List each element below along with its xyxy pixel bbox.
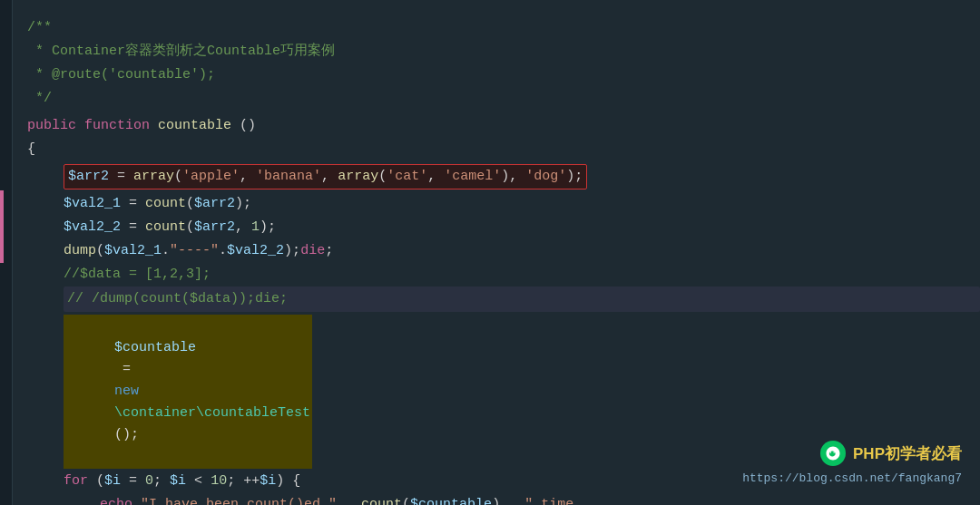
var-val2-2-ref: $val2_2 (227, 240, 284, 262)
line-val2-2: $val2_2 = count ( $arr2 , 1 ); (64, 216, 980, 239)
wechat-icon (820, 441, 846, 466)
dot2: . (219, 240, 227, 262)
watermark-wechat-row: PHP初学者必看 (742, 441, 962, 466)
comment-end: */ (27, 88, 52, 110)
for-paren-close: ) { (276, 471, 300, 492)
dot1: . (162, 240, 170, 262)
comma1: , (240, 166, 256, 188)
str-apple: 'apple' (182, 166, 240, 188)
lt: < (186, 471, 211, 492)
str-cat: 'cat' (387, 166, 427, 188)
var-i-init: $i (104, 471, 121, 492)
func-array2: array (338, 166, 378, 188)
var-i-inc: $i (260, 471, 276, 492)
comment-dump: // /dump(count($data));die; (67, 288, 288, 310)
left-accent (0, 190, 4, 263)
line-comment-desc: * Container容器类剖析之Countable巧用案例 (27, 40, 980, 63)
func-name: countable (158, 115, 240, 137)
line-dump: dump ( $val2_1 . "----" . $val2_2 ); die… (64, 239, 980, 263)
func-dump: dump (64, 240, 96, 262)
str-banana: 'banana' (256, 166, 321, 188)
line-comment-route: * @route('countable'); (27, 63, 980, 87)
var-countable: $countable (114, 340, 196, 355)
str-dog: 'dog' (525, 166, 566, 188)
line-brace-open: { (27, 138, 980, 161)
comment-route: * @route('countable'); (27, 64, 215, 86)
parens-empty: (); (114, 427, 139, 442)
comma4: , (509, 166, 525, 188)
num-1: 1 (251, 217, 260, 238)
watermark-label: PHP初学者必看 (853, 442, 962, 466)
paren4: ( (96, 240, 104, 262)
paren4-close: ); (284, 240, 300, 262)
func-count: count (145, 193, 186, 215)
brace-open: { (27, 139, 35, 160)
line-val2-1: $val2_1 = count ( $arr2 ); (64, 192, 980, 216)
line-data-comment: //$data = [1,2,3]; (64, 263, 980, 286)
watermark: PHP初学者必看 https://blog.csdn.net/fangkang7 (742, 441, 962, 489)
var-val2-1: $val2_1 (64, 193, 121, 215)
var-val2-2: $val2_2 (64, 217, 121, 238)
comma-1: , (235, 217, 251, 238)
paren-close: ); (566, 166, 583, 188)
line-comment-end: */ (27, 87, 980, 111)
comma3: , (427, 166, 444, 188)
var-arr2: $arr2 (68, 166, 109, 188)
str-times: " time (524, 494, 573, 505)
op-eq: = (109, 166, 133, 188)
keyword-new: new (114, 384, 147, 399)
for-paren-open: ( (96, 471, 104, 492)
comma2: , (321, 166, 338, 188)
paren-open: ( (174, 166, 182, 188)
line-comment-start: /** (27, 16, 980, 40)
func-count3: count (361, 494, 402, 505)
paren3: ( (186, 217, 194, 238)
line-function-sig: public function countable () (27, 114, 980, 138)
comment-data: //$data = [1,2,3]; (64, 264, 211, 286)
var-i-cond: $i (170, 471, 186, 492)
paren-inner-open: ( (378, 166, 387, 188)
paren5: ( (402, 494, 410, 505)
arr2-highlighted: $arr2 = array ( 'apple' , 'banana' , arr… (64, 164, 587, 189)
var-countable-ref: $countable (410, 494, 492, 505)
keyword-echo: echo (100, 494, 141, 505)
num-zero: 0 (145, 471, 153, 492)
watermark-url: https://blog.csdn.net/fangkang7 (742, 470, 962, 489)
func-array: array (133, 166, 174, 188)
comment-text: /** (27, 17, 52, 39)
str-dashes: "----" (170, 240, 219, 262)
paren5-close: ) (492, 494, 500, 505)
dot4: . (500, 494, 524, 505)
func-count2: count (145, 217, 186, 238)
eq-zero: = (121, 471, 145, 492)
line-echo: echo "I have been count()ed " . count ( … (100, 493, 980, 505)
var-val2-1-ref: $val2_1 (104, 240, 162, 262)
paren-inner-close: ) (501, 166, 509, 188)
op-eq4: = (114, 362, 139, 377)
semi3: ; (227, 471, 243, 492)
left-bar (0, 0, 13, 505)
paren2-close: ); (235, 193, 251, 215)
code-editor: /** * Container容器类剖析之Countable巧用案例 * @ro… (0, 0, 980, 505)
semi2: ; (153, 471, 170, 492)
class-name: \container\countableTest (114, 405, 310, 421)
str-i-have: "I have been count()ed " (141, 494, 337, 505)
var-arr2-ref: $arr2 (194, 193, 235, 215)
op-eq3: = (121, 217, 145, 238)
op-eq2: = (121, 193, 145, 215)
comment-desc: * Container容器类剖析之Countable巧用案例 (27, 41, 335, 63)
ellipsis: … (573, 494, 582, 505)
countable-highlight: $countable = new \container\countableTes… (64, 315, 312, 469)
semi: ; (325, 240, 333, 262)
str-camel: 'camel' (444, 166, 501, 188)
dot3: . (337, 494, 361, 505)
line-dump-comment: // /dump(count($data));die; (64, 286, 980, 312)
paren3-close: ); (260, 217, 276, 238)
func-params: () (240, 115, 256, 137)
increment: ++ (243, 471, 260, 492)
num-10: 10 (211, 471, 227, 492)
keyword-public: public (27, 115, 84, 137)
keyword-function: function (84, 115, 158, 137)
keyword-die: die (300, 240, 325, 262)
var-arr2-ref2: $arr2 (194, 217, 235, 238)
